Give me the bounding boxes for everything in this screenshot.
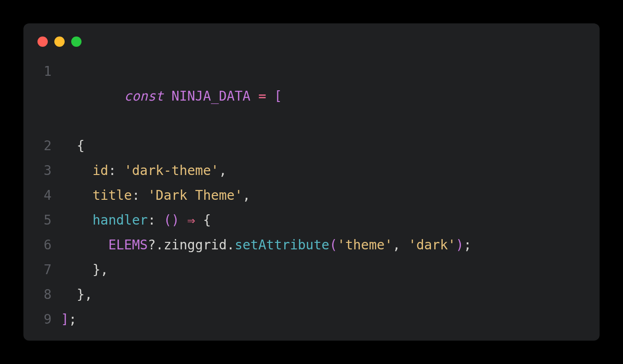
bracket-close: ] [61, 312, 69, 327]
code-line: 7 }, [35, 257, 600, 282]
code-line: 1 const NINJA_DATA = [ [35, 59, 600, 133]
comma: , [219, 163, 227, 178]
brace-close: } [77, 287, 85, 302]
colon: : [132, 188, 140, 203]
space [156, 212, 163, 228]
quote: ' [408, 237, 416, 253]
space [116, 163, 124, 178]
property-key: title [92, 188, 132, 203]
line-number: 8 [35, 282, 52, 307]
space [266, 88, 274, 104]
brace-close: } [92, 262, 100, 277]
code-line: 8 }, [35, 282, 600, 307]
comma: , [100, 262, 108, 277]
equals: = [258, 88, 266, 104]
string: dark-theme [132, 163, 211, 178]
indent [61, 287, 77, 302]
semicolon: ; [69, 312, 77, 327]
brace-open: { [77, 138, 85, 153]
member: zinggrid [163, 237, 227, 253]
quote: ' [385, 237, 393, 253]
quote: ' [211, 163, 219, 178]
identifier: NINJA_DATA [171, 88, 251, 104]
code-line: 6 ELEMS?.zinggrid.setAttribute('theme', … [35, 233, 600, 257]
indent [61, 262, 92, 277]
method: setAttribute [235, 237, 329, 253]
comma: , [393, 237, 400, 253]
bracket-open: [ [274, 88, 282, 104]
zoom-icon[interactable] [71, 36, 82, 47]
string: dark [416, 237, 448, 253]
paren-open: ( [329, 237, 337, 253]
line-number: 6 [35, 233, 52, 257]
code-window: 1 const NINJA_DATA = [ 2 { 3 id: 'dark-t… [23, 23, 600, 341]
string: theme [345, 237, 385, 253]
arrow: ⇒ [187, 212, 195, 228]
code-line: 2 { [35, 133, 600, 158]
space [195, 212, 203, 228]
line-number: 7 [35, 257, 52, 282]
space [163, 88, 171, 104]
comma: , [243, 188, 251, 203]
line-number: 5 [35, 208, 52, 233]
line-number: 1 [35, 59, 52, 84]
code-area[interactable]: 1 const NINJA_DATA = [ 2 { 3 id: 'dark-t… [23, 59, 600, 332]
property-key: handler [92, 212, 148, 228]
comma: , [85, 287, 93, 302]
space [140, 188, 148, 203]
quote: ' [337, 237, 345, 253]
space [400, 237, 408, 253]
indent [61, 138, 77, 153]
line-number: 9 [35, 307, 52, 332]
space [251, 88, 259, 104]
colon: : [148, 212, 156, 228]
line-number: 2 [35, 133, 52, 158]
space [179, 212, 187, 228]
code-line: 3 id: 'dark-theme', [35, 158, 600, 183]
close-icon[interactable] [37, 36, 48, 47]
dot: . [227, 237, 235, 253]
code-line: 4 title: 'Dark Theme', [35, 183, 600, 208]
string: Dark Theme [156, 188, 235, 203]
code-line: 9 ]; [35, 307, 600, 332]
colon: : [108, 163, 116, 178]
window-traffic-lights [23, 32, 600, 59]
code-line: 5 handler: () ⇒ { [35, 208, 600, 233]
paren-close: ) [456, 237, 464, 253]
keyword-const: const [124, 88, 163, 104]
line-number: 3 [35, 158, 52, 183]
indent [61, 237, 108, 253]
indent [61, 163, 92, 178]
quote: ' [148, 188, 156, 203]
identifier: ELEMS [108, 237, 148, 253]
property-key: id [92, 163, 108, 178]
optional-chain: ?. [148, 237, 163, 253]
minimize-icon[interactable] [54, 36, 65, 47]
quote: ' [448, 237, 456, 253]
semicolon: ; [464, 237, 472, 253]
paren-open: ( [163, 212, 171, 228]
line-number: 4 [35, 183, 52, 208]
brace-open: { [203, 212, 211, 228]
indent [61, 188, 92, 203]
quote: ' [124, 163, 132, 178]
indent [61, 212, 92, 228]
quote: ' [235, 188, 243, 203]
paren-close: ) [171, 212, 179, 228]
